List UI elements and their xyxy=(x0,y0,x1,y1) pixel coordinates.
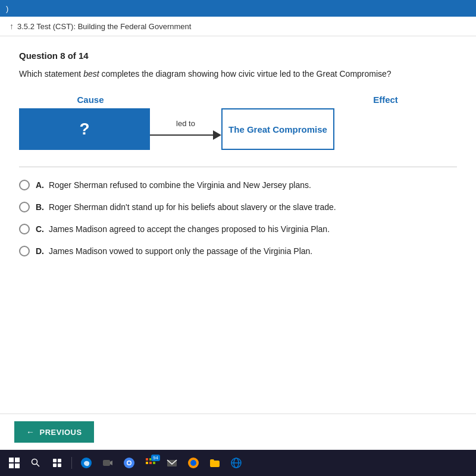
option-b-label: B. xyxy=(36,202,44,212)
svg-rect-12 xyxy=(146,458,148,461)
option-b-text: B. Roger Sherman didn't stand up for his… xyxy=(36,201,336,214)
svg-rect-15 xyxy=(146,462,148,464)
arrow-area: led to xyxy=(150,108,221,150)
option-b-content: Roger Sherman didn't stand up for his be… xyxy=(49,202,336,212)
question-text-after: completes the diagram showing how civic … xyxy=(99,69,392,79)
arrow-line xyxy=(150,130,221,140)
svg-rect-17 xyxy=(153,462,155,464)
radio-c[interactable] xyxy=(19,224,30,234)
top-bar-text: ) xyxy=(6,4,8,13)
options-list: A. Roger Sherman refused to combine the … xyxy=(19,179,457,258)
taskbar-firefox-icon[interactable] xyxy=(184,453,203,472)
option-a[interactable]: A. Roger Sherman refused to combine the … xyxy=(19,179,457,192)
breadcrumb: ↑ 3.5.2 Test (CST): Building the Federal… xyxy=(0,17,476,36)
svg-line-1 xyxy=(37,464,40,467)
taskbar-video-icon[interactable] xyxy=(98,453,117,472)
cause-box: ? xyxy=(19,108,150,150)
breadcrumb-text: 3.5.2 Test (CST): Building the Federal G… xyxy=(17,22,191,31)
svg-rect-5 xyxy=(58,464,61,467)
cause-label: Cause xyxy=(19,95,162,105)
svg-point-0 xyxy=(32,459,37,465)
effect-label: Effect xyxy=(326,95,445,105)
previous-button[interactable]: ← PREVIOUS xyxy=(14,421,94,443)
option-d-text: D. James Madison vowed to support only t… xyxy=(36,245,312,258)
diagram-labels: Cause Effect xyxy=(19,95,457,105)
windows-logo-icon xyxy=(9,458,20,468)
folder-icon xyxy=(209,457,221,469)
svg-rect-16 xyxy=(149,462,152,464)
top-bar: ) xyxy=(0,0,476,17)
arrow-left-icon: ← xyxy=(26,427,35,437)
edge-icon xyxy=(80,457,92,469)
question-header: Question 8 of 14 xyxy=(19,51,457,61)
option-a-text: A. Roger Sherman refused to combine the … xyxy=(36,179,311,192)
svg-point-11 xyxy=(128,462,131,465)
option-a-label: A. xyxy=(36,180,44,190)
windows-start-button[interactable] xyxy=(5,453,24,472)
svg-rect-4 xyxy=(53,464,57,467)
question-text: Which statement best completes the diagr… xyxy=(19,68,457,80)
divider xyxy=(19,167,457,167)
question-italic-word: best xyxy=(83,69,99,79)
taskbar-folder-icon[interactable] xyxy=(205,453,224,472)
option-c-text: C. James Madison agreed to accept the ch… xyxy=(36,223,330,236)
option-d-label: D. xyxy=(36,246,44,256)
diagram-boxes: ? led to The Great Compromise xyxy=(19,108,457,150)
effect-box: The Great Compromise xyxy=(221,108,334,150)
video-icon xyxy=(102,457,114,469)
mail-icon xyxy=(166,457,178,469)
network-icon xyxy=(230,457,242,469)
svg-marker-8 xyxy=(110,461,112,465)
taskbar-apps-icon[interactable]: 94 xyxy=(141,453,160,472)
taskbar-taskview-button[interactable] xyxy=(48,453,67,472)
radio-b[interactable] xyxy=(19,202,30,212)
previous-button-label: PREVIOUS xyxy=(40,428,82,437)
diagram-container: Cause Effect ? led to The Great Compromi… xyxy=(19,95,457,150)
option-a-content: Roger Sherman refused to combine the Vir… xyxy=(49,180,311,190)
task-view-icon xyxy=(52,458,62,468)
radio-d[interactable] xyxy=(19,246,30,256)
radio-a[interactable] xyxy=(19,180,30,190)
svg-rect-2 xyxy=(53,459,57,462)
bottom-bar: ← PREVIOUS xyxy=(0,414,476,450)
question-text-before: Which statement xyxy=(19,69,83,79)
firefox-icon xyxy=(187,457,199,469)
svg-rect-7 xyxy=(103,460,110,466)
option-d-content: James Madison vowed to support only the … xyxy=(49,246,312,256)
taskbar: 94 xyxy=(0,450,476,476)
option-d[interactable]: D. James Madison vowed to support only t… xyxy=(19,245,457,258)
taskbar-mail-icon[interactable] xyxy=(162,453,181,472)
taskbar-browser-icon[interactable] xyxy=(77,453,96,472)
taskbar-divider xyxy=(71,457,72,469)
svg-point-20 xyxy=(190,460,196,466)
taskbar-network-icon[interactable] xyxy=(227,453,246,472)
main-content: Question 8 of 14 Which statement best co… xyxy=(0,36,476,414)
connector-text: led to xyxy=(176,119,195,128)
apps-badge: 94 xyxy=(151,455,160,461)
option-c[interactable]: C. James Madison agreed to accept the ch… xyxy=(19,223,457,236)
arrow-head xyxy=(213,130,221,140)
svg-rect-3 xyxy=(58,459,61,462)
taskbar-chrome-icon[interactable] xyxy=(120,453,139,472)
arrow-shaft xyxy=(150,134,213,136)
search-icon xyxy=(31,458,40,468)
option-b[interactable]: B. Roger Sherman didn't stand up for his… xyxy=(19,201,457,214)
option-c-content: James Madison agreed to accept the chang… xyxy=(49,224,330,234)
taskbar-search-button[interactable] xyxy=(26,453,45,472)
chrome-icon xyxy=(123,457,135,469)
option-c-label: C. xyxy=(36,224,44,234)
breadcrumb-icon: ↑ xyxy=(10,21,14,31)
